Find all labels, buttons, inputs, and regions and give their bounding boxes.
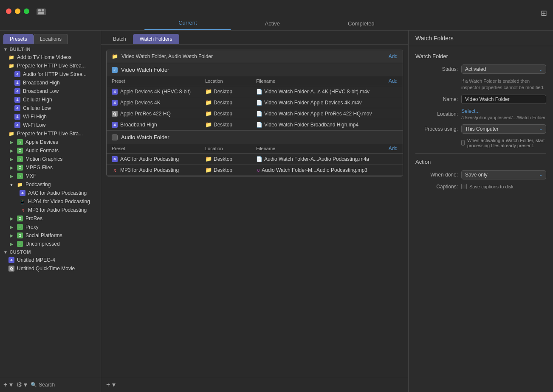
sidebar-item-cellular-high[interactable]: 4 Cellular High: [3, 95, 101, 104]
group-icon: ▶: [8, 156, 14, 162]
when-done-select[interactable]: Save only ⌄: [461, 170, 546, 179]
file-icon: 📄: [256, 122, 262, 128]
location-select-link[interactable]: Select...: [461, 108, 480, 114]
status-label: Status:: [415, 66, 458, 72]
tab-watch-folders[interactable]: Watch Folders: [133, 34, 179, 44]
sidebar-item-proxy[interactable]: ▶ G Proxy: [3, 223, 101, 231]
sidebar-item-mpeg4[interactable]: 4 Untitled MPEG-4: [3, 256, 101, 264]
col-location-header: Location: [205, 146, 256, 151]
sidebar-item-apple-devices[interactable]: ▶ G Apple Devices: [3, 138, 101, 146]
audio-folder-checkbox[interactable]: [112, 134, 118, 140]
file-icon: 📄: [256, 89, 262, 95]
search-icon: 🔍: [31, 382, 37, 388]
preset-name-label: MP3 for Audio Podcasting: [120, 167, 179, 173]
name-input[interactable]: Video Watch Folder: [461, 95, 546, 104]
settings-icon[interactable]: ⊞: [541, 8, 547, 18]
close-button[interactable]: [6, 8, 11, 14]
add-watch-folder-button[interactable]: + ▾: [106, 381, 116, 389]
captions-value: Save captions to disk: [469, 184, 514, 189]
preset-4-icon: 4: [112, 122, 118, 128]
sidebar-item-motion-graphics[interactable]: ▶ G Motion Graphics: [3, 155, 101, 163]
group-icon: ▶: [8, 232, 14, 238]
location-label: Desktop: [214, 156, 232, 162]
location-label: Desktop: [214, 122, 232, 128]
process-row: Process using: This Computer ⌄: [415, 124, 546, 134]
sidebar-item-add-tv[interactable]: 📁 Add to TV Home Videos: [3, 53, 101, 62]
layout-icon[interactable]: [37, 8, 46, 15]
tab-batch[interactable]: Batch: [106, 34, 133, 44]
status-hint: If a Watch Folder is enabled then inspec…: [461, 78, 546, 91]
sidebar-item-http1[interactable]: 📁 Prepare for HTTP Live Strea...: [3, 62, 101, 70]
tab-active[interactable]: Active: [231, 17, 314, 30]
item-label: Uncompressed: [25, 241, 60, 247]
video-preset-table: Preset Location Filename Add 4 Apple Dev…: [107, 76, 403, 130]
item-label: Podcasting: [25, 182, 51, 188]
location-folder-icon: 📁: [205, 167, 212, 173]
sidebar-item-podcasting[interactable]: ▼ 📁 Podcasting: [3, 180, 101, 189]
status-select[interactable]: Activated ⌄: [461, 64, 546, 74]
sidebar-item-wifi-high[interactable]: 4 Wi-Fi High: [3, 112, 101, 121]
video-folder-checkbox[interactable]: ✓: [112, 67, 118, 73]
group-icon: ▶: [8, 224, 14, 230]
section-custom[interactable]: ▼ CUSTOM: [0, 248, 101, 256]
minimize-button[interactable]: [15, 8, 20, 14]
sidebar-item-mpeg[interactable]: ▶ G MPEG Files: [3, 163, 101, 172]
sidebar-item-http2[interactable]: 📁 Prepare for HTTP Live Stra...: [3, 129, 101, 138]
sidebar-tab-bar: Presets Locations: [0, 31, 101, 44]
item-label: MP3 for Audio Podcasting: [28, 207, 87, 213]
right-panel-content: Watch Folder Status: Activated ⌄ If a Wa…: [409, 46, 553, 392]
sidebar-item-cellular-low[interactable]: 4 Cellular Low: [3, 104, 101, 112]
sidebar-item-wifi-low[interactable]: 4 Wi-Fi Low: [3, 121, 101, 129]
sidebar-item-broadband-high[interactable]: 4 Broadband High: [3, 78, 101, 87]
sidebar-item-mxf[interactable]: ▶ G MXF: [3, 172, 101, 180]
location-label: Desktop: [214, 100, 232, 106]
captions-checkbox[interactable]: [461, 184, 467, 189]
watch-folder-group: 📁 Video Watch Folder, Audio Watch Folder…: [106, 50, 403, 176]
folder-icon: 📁: [8, 63, 14, 69]
maximize-button[interactable]: [24, 8, 29, 14]
sidebar-item-prores[interactable]: ▶ G ProRes: [3, 214, 101, 223]
add-preset-button[interactable]: + ▾: [3, 381, 13, 389]
phone-icon: 📱: [20, 199, 25, 204]
sidebar-item-mp3-podcasting[interactable]: ♫ MP3 for Audio Podcasting: [3, 206, 101, 214]
tab-locations[interactable]: Locations: [34, 34, 68, 44]
custom-label: CUSTOM: [9, 249, 31, 255]
sidebar-item-quicktime[interactable]: Q Untitled QuickTime Movie: [3, 264, 101, 273]
tab-presets[interactable]: Presets: [3, 34, 34, 44]
folder-icon: 📁: [8, 131, 14, 137]
sidebar-item-social[interactable]: ▶ G Social Platforms: [3, 231, 101, 240]
sidebar-item-uncompressed[interactable]: ▶ G Uncompressed: [3, 240, 101, 248]
search-area[interactable]: 🔍 Search: [31, 382, 55, 388]
sidebar-item-aac-podcasting[interactable]: 4 AAC for Audio Podcasting: [3, 189, 101, 197]
center-content: Batch Watch Folders 📁 Video Watch Folder…: [101, 31, 409, 392]
sidebar-item-broadband-low[interactable]: 4 Broadband Low: [3, 87, 101, 95]
video-table-add-button[interactable]: Add: [389, 78, 398, 84]
preset-q-icon: Q: [112, 111, 118, 117]
tab-completed[interactable]: Completed: [314, 17, 409, 30]
audio-watch-folder-item: Audio Watch Folder Preset Location Filen…: [107, 131, 403, 176]
process-select[interactable]: This Computer ⌄: [461, 124, 546, 134]
svg-rect-2: [38, 12, 44, 14]
item-label: Prepare for HTTP Live Strea...: [17, 63, 86, 69]
chevron-builtin: ▼: [3, 47, 8, 52]
wfg-add-button[interactable]: Add: [389, 53, 398, 59]
sidebar-item-audio-http[interactable]: 4 Audio for HTTP Live Strea...: [3, 70, 101, 78]
section-builtin[interactable]: ▼ BUILT-IN: [0, 45, 101, 53]
sidebar-item-audio-formats[interactable]: ▶ G Audio Formats: [3, 146, 101, 155]
action-section: Action When done: Save only ⌄ Captions: …: [415, 159, 546, 190]
group-badge: G: [17, 241, 23, 247]
name-label: Name:: [415, 96, 458, 102]
tab-current[interactable]: Current: [144, 16, 231, 30]
location-label: Desktop: [214, 89, 232, 95]
preset-name-label: Apple Devices 4K (HEVC 8-bit): [120, 89, 191, 95]
sidebar-item-h264-podcasting[interactable]: 📱 H.264 for Video Podcasting: [3, 197, 101, 206]
music-icon: ♫: [20, 207, 25, 213]
sidebar-footer: + ▾ ⚙ ▾ 🔍 Search: [0, 377, 101, 392]
location-folder-icon: 📁: [205, 110, 212, 117]
table-row: 4 Broadband High 📁 Desktop 📄 Video Watch…: [107, 119, 403, 130]
process-label: Process using:: [415, 126, 458, 132]
gear-button[interactable]: ⚙ ▾: [16, 381, 27, 389]
audio-table-add-button[interactable]: Add: [389, 146, 398, 151]
activate-checkbox[interactable]: [461, 140, 465, 146]
preset-4-icon: 4: [14, 122, 20, 128]
